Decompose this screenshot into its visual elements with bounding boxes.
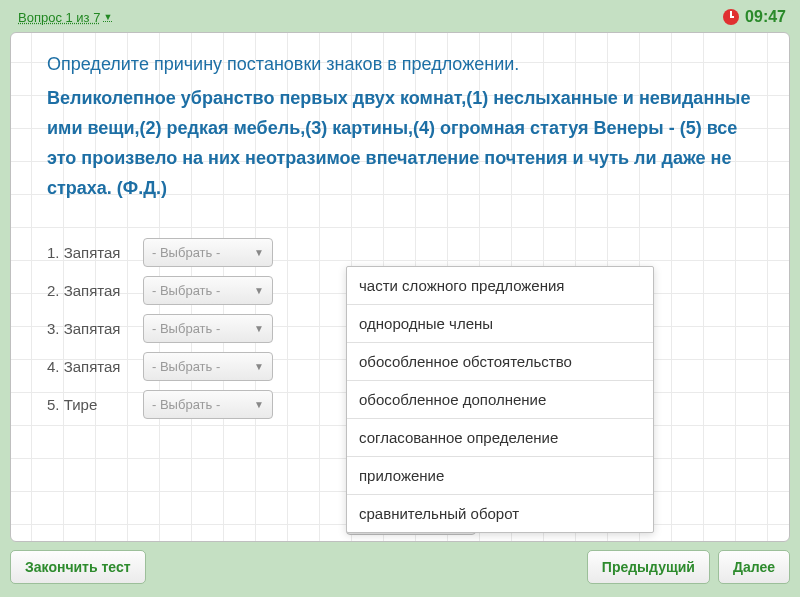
select-button[interactable]: - Выбрать - ▼ [143,314,273,343]
answer-label: 2. Запятая [47,282,137,299]
timer-value: 09:47 [745,8,786,26]
question-nav-dropdown[interactable]: Вопрос 1 из 7 ▼ [18,10,112,25]
bottombar: Закончить тест Предыдущий Далее [8,550,792,584]
chevron-down-icon: ▼ [254,361,264,372]
chevron-down-icon: ▼ [254,247,264,258]
dropdown-menu[interactable]: части сложного предложения однородные чл… [346,266,654,533]
prev-button[interactable]: Предыдущий [587,550,710,584]
timer: 09:47 [723,8,786,26]
dropdown-option[interactable]: обособленное обстоятельство [347,343,653,381]
answer-label: 5. Тире [47,396,137,413]
answer-label: 3. Запятая [47,320,137,337]
dropdown-option[interactable]: согласованное определение [347,419,653,457]
chevron-down-icon: ▼ [103,12,112,22]
chevron-down-icon: ▼ [254,399,264,410]
dropdown-option[interactable]: приложение [347,457,653,495]
chevron-down-icon: ▼ [254,323,264,334]
select-placeholder: - Выбрать - [152,283,220,298]
prev-label: Предыдущий [602,559,695,575]
chevron-down-icon: ▼ [254,285,264,296]
finish-test-button[interactable]: Закончить тест [10,550,146,584]
dropdown-option[interactable]: однородные члены [347,305,653,343]
select-button[interactable]: - Выбрать - ▼ [143,352,273,381]
select-button[interactable]: - Выбрать - ▼ [143,276,273,305]
finish-label: Закончить тест [25,559,131,575]
next-button[interactable]: Далее [718,550,790,584]
select-button[interactable]: - Выбрать - ▼ [143,238,273,267]
dropdown-option[interactable]: части сложного предложения [347,267,653,305]
answer-label: 4. Запятая [47,358,137,375]
instruction-text: Определите причину постановки знаков в п… [47,49,765,79]
select-placeholder: - Выбрать - [152,245,220,260]
select-placeholder: - Выбрать - [152,359,220,374]
next-label: Далее [733,559,775,575]
dropdown-option[interactable]: обособленное дополнение [347,381,653,419]
select-placeholder: - Выбрать - [152,397,220,412]
select-button[interactable]: - Выбрать - ▼ [143,390,273,419]
select-placeholder: - Выбрать - [152,321,220,336]
answer-label: 1. Запятая [47,244,137,261]
clock-icon [723,9,739,25]
dropdown-option[interactable]: сравнительный оборот [347,495,653,532]
question-nav-label: Вопрос 1 из 7 [18,10,100,25]
topbar: Вопрос 1 из 7 ▼ 09:47 [8,6,792,32]
question-card: Определите причину постановки знаков в п… [10,32,790,542]
sentence-text: Великолепное убранство первых двух комна… [47,83,765,203]
